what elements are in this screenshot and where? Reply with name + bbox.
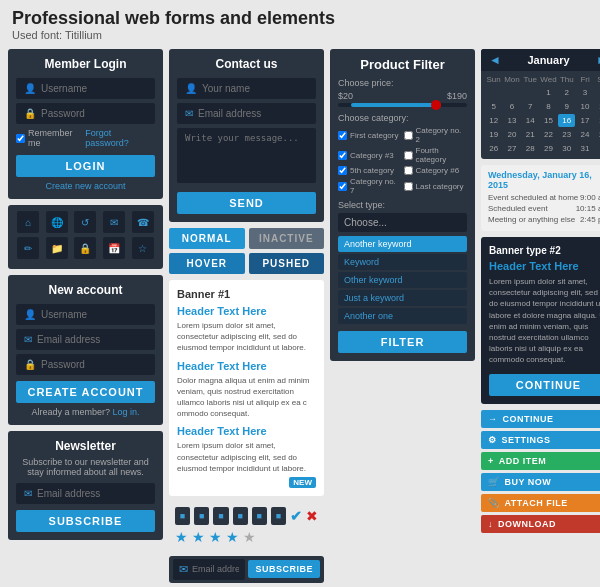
create-account-button[interactable]: CREATE ACCOUNT [16, 381, 155, 403]
calendar-day-22[interactable]: 22 [540, 128, 557, 141]
username-field[interactable]: 👤 [16, 78, 155, 99]
sq3-icon[interactable]: ■ [213, 507, 228, 525]
type-select[interactable]: Choose... [338, 213, 467, 232]
calendar-day-28[interactable]: 28 [522, 142, 539, 155]
star3[interactable]: ★ [209, 529, 222, 545]
mail-icon[interactable]: ✉ [103, 211, 125, 233]
sq2-icon[interactable]: ■ [194, 507, 209, 525]
calendar-day-3[interactable]: 3 [576, 86, 593, 99]
globe-icon[interactable]: 🌐 [46, 211, 68, 233]
keyword-5[interactable]: Another one [338, 308, 467, 324]
sq1-icon[interactable]: ■ [175, 507, 190, 525]
folder-icon[interactable]: 📁 [46, 237, 68, 259]
login-button[interactable]: LOGIN [16, 155, 155, 177]
cat-3[interactable]: Category #3 [338, 146, 402, 164]
cat-1[interactable]: First category [338, 126, 402, 144]
new-password-input[interactable] [41, 359, 147, 370]
new-username-field[interactable]: 👤 [16, 304, 155, 325]
email-subscribe-field[interactable]: ✉ [173, 559, 245, 580]
slider-thumb[interactable] [431, 100, 441, 110]
sq4-icon[interactable]: ■ [233, 507, 248, 525]
star-icon[interactable]: ☆ [132, 237, 154, 259]
calendar-day-5[interactable]: 5 [485, 100, 502, 113]
username-input[interactable] [41, 83, 147, 94]
calendar-day-2[interactable]: 2 [558, 86, 575, 99]
hover-button[interactable]: HOVER [169, 253, 245, 274]
calendar-day-26[interactable]: 26 [485, 142, 502, 155]
send-button[interactable]: SEND [177, 192, 316, 214]
newsletter-email-field[interactable]: ✉ [16, 483, 155, 504]
calendar-day-27[interactable]: 27 [503, 142, 520, 155]
contact-message-textarea[interactable] [177, 128, 316, 183]
star1[interactable]: ★ [175, 529, 188, 545]
star2[interactable]: ★ [192, 529, 205, 545]
normal-button[interactable]: NORMAL [169, 228, 245, 249]
calendar-day-15[interactable]: 15 [540, 114, 557, 127]
calendar-day-20[interactable]: 20 [503, 128, 520, 141]
new-email-input[interactable] [37, 334, 147, 345]
create-account-link[interactable]: Create new account [45, 181, 125, 191]
next-month-button[interactable]: ► [596, 53, 600, 67]
subscribe-button[interactable]: SUBSCRIBE [248, 560, 320, 578]
calendar-day-13[interactable]: 13 [503, 114, 520, 127]
forgot-password-link[interactable]: Forgot password? [85, 128, 155, 148]
buy-now-action-button[interactable]: 🛒 BUY NOW [481, 473, 600, 491]
calendar-day-11[interactable]: 11 [595, 100, 600, 113]
banner2-continue-button[interactable]: CONTINUE [489, 374, 600, 396]
sq6-icon[interactable]: ■ [271, 507, 286, 525]
keyword-3[interactable]: Other keyword [338, 272, 467, 288]
email-subscribe-input[interactable] [192, 564, 239, 574]
calendar-day-7[interactable]: 7 [522, 100, 539, 113]
new-email-field[interactable]: ✉ [16, 329, 155, 350]
calendar-day-30[interactable]: 30 [558, 142, 575, 155]
newsletter-email-input[interactable] [37, 488, 147, 499]
pushed-button[interactable]: PUSHED [249, 253, 325, 274]
settings-action-button[interactable]: ⚙ SETTINGS [481, 431, 600, 449]
price-slider[interactable] [338, 103, 467, 107]
calendar-day-12[interactable]: 12 [485, 114, 502, 127]
cat-8[interactable]: Last category [404, 177, 468, 195]
continue-action-button[interactable]: → CONTINUE [481, 410, 600, 428]
home-icon[interactable]: ⌂ [17, 211, 39, 233]
keyword-2[interactable]: Keyword [338, 254, 467, 270]
calendar-day-8[interactable]: 8 [540, 100, 557, 113]
attach-file-action-button[interactable]: 📎 ATTACH FILE [481, 494, 600, 512]
keyword-4[interactable]: Just a keyword [338, 290, 467, 306]
star5[interactable]: ★ [243, 529, 256, 545]
calendar-day-31[interactable]: 31 [576, 142, 593, 155]
calendar-day-1[interactable]: 1 [540, 86, 557, 99]
star4[interactable]: ★ [226, 529, 239, 545]
remember-checkbox[interactable] [16, 134, 25, 143]
calendar-day-9[interactable]: 9 [558, 100, 575, 113]
calendar-day-14[interactable]: 14 [522, 114, 539, 127]
add-item-action-button[interactable]: + ADD ITEM [481, 452, 600, 470]
contact-name-input[interactable] [202, 83, 308, 94]
phone-icon[interactable]: ☎ [132, 211, 154, 233]
calendar-day-17[interactable]: 17 [576, 114, 593, 127]
calendar-day-21[interactable]: 21 [522, 128, 539, 141]
new-password-field[interactable]: 🔒 [16, 354, 155, 375]
password-input[interactable] [41, 108, 147, 119]
refresh-icon[interactable]: ↺ [74, 211, 96, 233]
inactive-button[interactable]: INACTIVE [249, 228, 325, 249]
download-action-button[interactable]: ↓ DOWNLOAD [481, 515, 600, 533]
calendar-day-19[interactable]: 19 [485, 128, 502, 141]
new-username-input[interactable] [41, 309, 147, 320]
cat-2[interactable]: Category no. 2 [404, 126, 468, 144]
calendar-day-29[interactable]: 29 [540, 142, 557, 155]
filter-button[interactable]: FILTER [338, 331, 467, 353]
login-link[interactable]: Log in. [113, 407, 140, 417]
contact-email-input[interactable] [198, 108, 308, 119]
contact-name-field[interactable]: 👤 [177, 78, 316, 99]
calendar-day-18[interactable]: 18 [595, 114, 600, 127]
cat-4[interactable]: Fourth category [404, 146, 468, 164]
calendar-day-24[interactable]: 24 [576, 128, 593, 141]
password-field[interactable]: 🔒 [16, 103, 155, 124]
newsletter-subscribe-button[interactable]: SUBSCRIBE [16, 510, 155, 532]
lock2-icon[interactable]: 🔒 [74, 237, 96, 259]
calendar-day-23[interactable]: 23 [558, 128, 575, 141]
calendar-day-4[interactable]: 4 [595, 86, 600, 99]
cat-5[interactable]: 5th category [338, 166, 402, 175]
edit-icon[interactable]: ✏ [17, 237, 39, 259]
calendar-day-10[interactable]: 10 [576, 100, 593, 113]
